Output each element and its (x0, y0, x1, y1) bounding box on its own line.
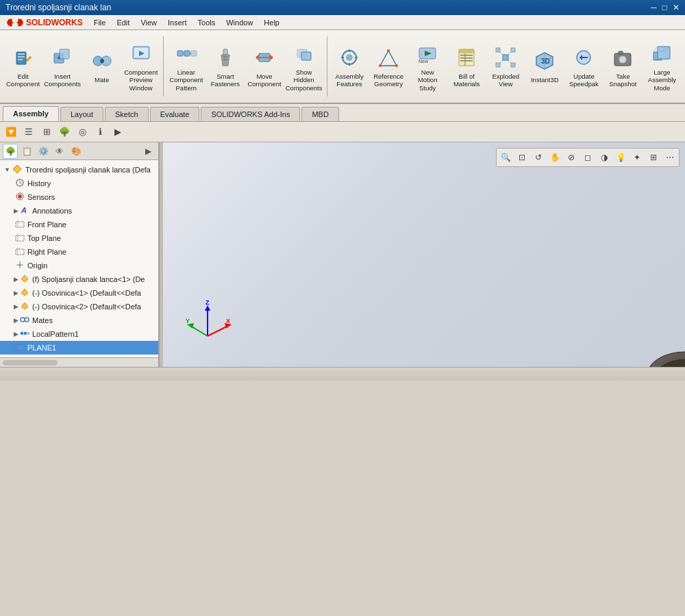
sidebar-tab-config[interactable]: ⚙️ (36, 144, 51, 159)
tree-root-item[interactable]: ▼ Troredni spoljasnji clanak lanca (Defa (0, 163, 158, 177)
svg-rect-35 (460, 60, 473, 62)
show-hidden-button[interactable]: ShowHiddenComponents (285, 34, 323, 99)
tree-item-osovinica2[interactable]: ▶(-) Osovinica<2> (Default<<Defa (0, 300, 158, 313)
view-ambient-btn[interactable]: ✦ (630, 150, 645, 165)
sidebar-scrollbar[interactable] (0, 357, 158, 367)
view-section-btn[interactable]: ⊘ (564, 150, 579, 165)
sidebar-expand-btn[interactable]: ▶ (140, 144, 155, 159)
tree-item-history[interactable]: History (0, 177, 158, 190)
sw-logo[interactable]: SOLIDWORKS (3, 15, 88, 29)
bill-of-materials-button[interactable]: Bill ofMaterials (448, 34, 486, 99)
list-btn[interactable]: ☰ (21, 124, 37, 140)
tree-item-mates[interactable]: ▶Mates (0, 313, 158, 327)
tree-item-origin[interactable]: Origin (0, 259, 158, 272)
menu-tools[interactable]: Tools (192, 17, 221, 28)
sidebar-tab-display[interactable]: 👁 (52, 144, 67, 159)
menu-edit[interactable]: Edit (111, 17, 135, 28)
tab-solidworks-add-ins[interactable]: SOLIDWORKS Add-Ins (201, 107, 300, 121)
tree-items-container: History Sensors▶AAnnotations Front Plane… (0, 177, 158, 355)
view-zoom-btn[interactable]: 🔍 (498, 150, 513, 165)
info-btn[interactable]: ℹ (92, 124, 108, 140)
svg-rect-32 (459, 49, 474, 53)
sidebar-tabs: 🌳 📋 ⚙️ 👁 🎨 ▶ (0, 142, 158, 160)
tree-item-spoljasnji[interactable]: ▶(f) Spoljasnji clanak lanca<1> (De (0, 272, 158, 286)
tab-assembly[interactable]: Assembly (3, 106, 59, 121)
sidebar-tab-properties[interactable]: 📋 (19, 144, 34, 159)
tree-item-sensors[interactable]: Sensors (0, 190, 158, 204)
svg-text:A: A (21, 206, 27, 214)
component-preview-button[interactable]: ComponentPreviewWindow (122, 34, 160, 99)
sidebar-tab-feature-tree[interactable]: 🌳 (3, 144, 18, 159)
svg-rect-40 (496, 63, 500, 67)
tree-label-history: History (27, 179, 51, 188)
expand-arrow-mates: ▶ (14, 317, 18, 324)
menu-items: FileEditViewInsertToolsWindowHelp (88, 17, 285, 28)
sidebar-tab-appearance[interactable]: 🎨 (68, 144, 84, 159)
svg-point-62 (19, 264, 21, 266)
view-display-btn[interactable]: ◻ (580, 150, 595, 165)
view-grid-btn[interactable]: ⊞ (646, 150, 661, 165)
menu-help[interactable]: Help (258, 17, 285, 28)
svg-rect-13 (177, 51, 183, 56)
mate-button[interactable]: Mate (83, 34, 121, 99)
grid-btn[interactable]: ⊞ (38, 124, 55, 140)
tree-item-osovinica1[interactable]: ▶(-) Osovinica<1> (Default<<Defa (0, 286, 158, 300)
insert-components-label: InsertComponents (44, 73, 81, 88)
tree-label-origin: Origin (27, 261, 47, 270)
svg-rect-66 (24, 332, 27, 335)
tab-sketch[interactable]: Sketch (105, 107, 149, 121)
tree-btn[interactable]: 🌳 (56, 124, 73, 140)
svg-rect-19 (223, 59, 227, 60)
instant3d-button[interactable]: 3D Instant3D (526, 34, 564, 99)
exploded-view-button[interactable]: ExplodedView (487, 34, 525, 99)
menu-window[interactable]: Window (221, 17, 258, 28)
view-shading-btn[interactable]: ◑ (597, 150, 612, 165)
3d-viewport[interactable]: 🔍 ⊡ ↺ ✋ ⊘ ◻ ◑ 💡 ✦ ⊞ ⋯ (163, 142, 685, 367)
view-more-btn[interactable]: ⋯ (662, 150, 677, 165)
tree-label-front-plane: Front Plane (27, 220, 66, 229)
tree-item-right-plane[interactable]: Right Plane (0, 245, 158, 259)
tree-icon-mates (20, 315, 29, 326)
arrow-btn[interactable]: ▶ (110, 124, 126, 140)
assembly-features-button[interactable]: AssemblyFeatures (331, 34, 369, 99)
svg-rect-14 (184, 51, 190, 56)
title-bar: Troredni spoljasnji clanak lan ─ □ ✕ (0, 0, 685, 15)
menu-view[interactable]: View (135, 17, 162, 28)
menu-insert[interactable]: Insert (162, 17, 192, 28)
tree-item-top-plane[interactable]: Top Plane (0, 231, 158, 245)
tree-label-annotations: Annotations (32, 207, 72, 215)
tab-mbd[interactable]: MBD (301, 107, 338, 121)
close-btn[interactable]: ✕ (673, 3, 680, 12)
scrollbar-thumb[interactable] (3, 360, 58, 365)
new-motion-button[interactable]: New NewMotion Study (409, 34, 447, 99)
maximize-btn[interactable]: □ (662, 3, 667, 12)
toolbar: EditComponent + InsertComponents Mate (0, 30, 685, 104)
edit-component-button[interactable]: EditComponent (4, 34, 42, 99)
tree-item-front-plane[interactable]: Front Plane (0, 218, 158, 231)
chain-link-svg (327, 245, 685, 367)
view-pan-btn[interactable]: ✋ (547, 150, 562, 165)
tree-item-annotations[interactable]: ▶AAnnotations (0, 204, 158, 218)
circle-btn[interactable]: ◎ (74, 124, 90, 140)
filter-btn[interactable]: 🔽 (3, 124, 19, 140)
tab-layout[interactable]: Layout (60, 107, 103, 121)
tab-evaluate[interactable]: Evaluate (150, 107, 200, 121)
view-shadows-btn[interactable]: 💡 (613, 150, 628, 165)
mate-icon (90, 49, 114, 73)
view-rotate-btn[interactable]: ↺ (531, 150, 546, 165)
tree-item-plane1[interactable]: PLANE1 (0, 341, 158, 355)
insert-components-button[interactable]: + InsertComponents (43, 34, 82, 99)
take-snapshot-button[interactable]: TakeSnapshot (604, 34, 642, 99)
minimize-btn[interactable]: ─ (651, 3, 657, 12)
expand-arrow-osovinica1: ▶ (14, 290, 18, 296)
large-assembly-button[interactable]: LargeAssemblyMode (643, 34, 681, 99)
tree-item-localpattern1[interactable]: ▶LocalPattern1 (0, 327, 158, 341)
linear-pattern-button[interactable]: Linear ComponentPattern (167, 34, 205, 99)
view-fit-btn[interactable]: ⊡ (514, 150, 530, 165)
smart-fasteners-button[interactable]: SmartFasteners (206, 34, 244, 99)
move-component-button[interactable]: MoveComponent (245, 34, 283, 99)
update-speedpak-button[interactable]: UpdateSpeedpak (565, 34, 603, 99)
tree-label-localpattern1: LocalPattern1 (32, 330, 79, 338)
menu-file[interactable]: File (88, 17, 112, 28)
reference-geometry-button[interactable]: ReferenceGeometry (370, 34, 408, 99)
